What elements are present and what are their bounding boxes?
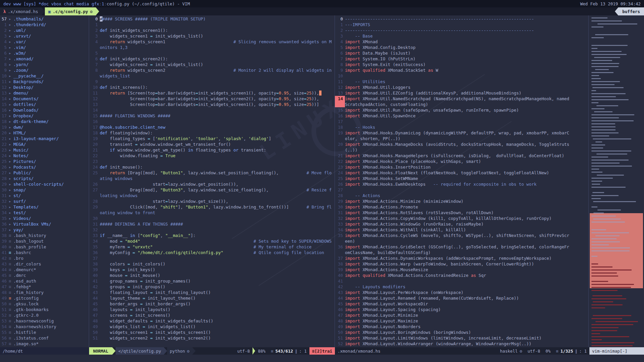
code-line[interactable]: 50 widgets_screen1 = init_widgets_screen… xyxy=(89,329,335,335)
code-line[interactable]: 33import XMonad.Actions.WindowGo (runOrR… xyxy=(335,221,588,227)
code-line[interactable]: 18 -- Hooks xyxy=(335,124,588,130)
code-line[interactable]: 9import qualified XMonad.StackSet as W xyxy=(335,67,588,73)
code-line[interactable]: 8import System.Exit (exitSuccess) xyxy=(335,62,588,67)
code-line[interactable]: 49import XMonad.Layout.NoBorders xyxy=(335,324,588,329)
tree-item[interactable]: 25▸Pictures/ xyxy=(0,159,89,164)
tree-item[interactable]: 35▸Videos/ xyxy=(0,216,89,221)
code-line[interactable]: 31import XMonad.Actions.RotSlaves (rotSl… xyxy=(335,210,588,216)
code-line[interactable]: 34import XMonad.Actions.WithAll (sinkAll… xyxy=(335,227,588,233)
editor-xmonad-hs[interactable]: 0---------------------------------------… xyxy=(335,15,589,347)
tree-item[interactable]: 3▸.urxvt/ xyxy=(0,33,89,39)
code-line[interactable]: 34 mod = "mod4" # Sets mod key to SUPER/… xyxy=(89,238,335,244)
code-line[interactable]: 47import XMonad.Layout.Minimize xyxy=(335,312,588,318)
code-line[interactable]: 27 xyxy=(335,187,588,193)
code-line[interactable]: 11 -- Utilities xyxy=(335,79,588,84)
tree-item[interactable]: 10▸__pycache__/ xyxy=(0,73,89,79)
code-line[interactable]: 25import XMonad.Hooks.SetWMName xyxy=(335,176,588,181)
code-line[interactable]: 4 return widgets_screen1 # Slicing remov… xyxy=(89,39,335,50)
tree-item[interactable]: 12▸Desktop/ xyxy=(0,84,89,90)
code-line[interactable]: 30import XMonad.Actions.Promote xyxy=(335,204,588,210)
code-line[interactable]: 6import Data.Maybe (isJust) xyxy=(335,50,588,56)
code-line[interactable]: 26import XMonad.Hooks.EwmhDesktops -- re… xyxy=(335,181,588,187)
code-line[interactable]: 16import XMonad.Util.SpawnOnce xyxy=(335,113,588,119)
editor-config-py[interactable]: 0##### SCREENS ##### (TRIPLE MONITOR SET… xyxy=(89,15,335,347)
tree-item[interactable]: 22▸MEGA/ xyxy=(0,141,89,147)
code-line[interactable]: 46import XMonad.Layout.Spacing (spacing) xyxy=(335,307,588,312)
code-line[interactable]: 36 myConfig = "/home/dt/.config/qtile/co… xyxy=(89,250,335,255)
code-line[interactable]: 22 window.floating = True xyxy=(89,153,335,159)
tree-item[interactable]: 45≡.dmrc xyxy=(0,273,89,278)
code-line[interactable]: 5 xyxy=(89,50,335,56)
nerdtree-file-explorer[interactable]: 57▸.thumbnails/1▸.thunderbird/2▸.uml/3▸.… xyxy=(0,15,89,347)
tree-item[interactable]: 9▸.zoom/ xyxy=(0,67,89,73)
code-line[interactable]: 0##### SCREENS ##### (TRIPLE MONITOR SET… xyxy=(89,16,335,22)
code-line[interactable]: 21import XMonad.Hooks.ManageHelpers (isF… xyxy=(335,153,588,159)
code-line[interactable]: 7import System.IO (hPutStrLn) xyxy=(335,56,588,62)
code-line[interactable]: 49 widgets_list = init_widgets_list() xyxy=(89,324,335,329)
tree-item[interactable]: 6▸.w3m/ xyxy=(0,50,89,56)
tree-item[interactable]: 17▸Dropbox/ xyxy=(0,113,89,119)
code-line[interactable]: 52import XMonad.Layout.WindowArranger (w… xyxy=(335,341,588,347)
tmux-window-list[interactable]: dev www [sys] *doc vbox chat media gfx xyxy=(3,1,99,7)
code-line[interactable]: 41 xyxy=(335,278,588,284)
tree-item[interactable]: 51≡.gtk-bookmarks xyxy=(0,307,89,312)
tree-item[interactable]: 26▸Podcasts/ xyxy=(0,164,89,170)
tree-item[interactable]: 5▸.vim/ xyxy=(0,45,89,50)
tree-item[interactable]: 43≡.dir_colors xyxy=(0,261,89,267)
code-line[interactable]: 40import qualified XMonad.Actions.Constr… xyxy=(335,273,588,278)
code-line[interactable]: 12import XMonad.Util.Loggers xyxy=(335,84,588,90)
code-line[interactable]: 28 start=lazy.window.get_size()), xyxy=(89,198,335,204)
tree-item[interactable]: 42≡.bro xyxy=(0,255,89,261)
code-line[interactable]: 19 floating_types = ['notification', 'to… xyxy=(89,136,335,141)
tree-item[interactable]: 47≡.fehbg* xyxy=(0,284,89,290)
code-line[interactable]: 43import XMonad.Layout.PerWorkspace (onW… xyxy=(335,290,588,295)
tree-item[interactable]: 15▸dotfiles/ xyxy=(0,102,89,107)
tree-item[interactable]: 16▸Downloads/ xyxy=(0,107,89,113)
tree-item[interactable]: 49≡.gitconfig xyxy=(0,295,89,301)
tree-item[interactable]: 24▸Notes/ xyxy=(0,153,89,159)
code-line[interactable]: 11 return [Screen(top=bar.Bar(widgets=in… xyxy=(89,90,335,96)
code-line[interactable]: 21 if window.window.get_wm_type() in flo… xyxy=(89,147,335,153)
code-line[interactable]: 19import XMonad.Hooks.DynamicLog (dynami… xyxy=(335,130,588,141)
tree-item[interactable]: 33▸Templates/ xyxy=(0,204,89,210)
code-line[interactable]: 31##### DEFINING A FEW THINGS ##### xyxy=(89,221,335,227)
tree-item[interactable]: 21▸i3-layout-manager/ xyxy=(0,136,89,141)
tree-item[interactable]: 53≡.haxornewsconfig xyxy=(0,318,89,324)
tree-item[interactable]: 54≡.haxornewshistory xyxy=(0,324,89,329)
code-line[interactable]: 15import XMonad.Util.Run (safeSpawn, uns… xyxy=(335,107,588,113)
tree-item[interactable]: 55≡.histfile xyxy=(0,329,89,335)
code-line[interactable]: 24import XMonad.Hooks.FloatNext (floatNe… xyxy=(335,170,588,176)
tree-item[interactable]: 36▸VirtualBox VMs/ xyxy=(0,221,89,227)
tree-item[interactable]: 4▸.var/ xyxy=(0,39,89,45)
tree-item[interactable]: 38≡.bash_history xyxy=(0,233,89,238)
code-line[interactable]: 44import XMonad.Layout.Renamed (renamed,… xyxy=(335,295,588,301)
code-line[interactable]: 6def init_widgets_screen2(): xyxy=(89,56,335,62)
tree-item[interactable]: 57≡.image.so* xyxy=(0,341,89,347)
code-line[interactable]: 20import XMonad.Hooks.ManageDocks (avoid… xyxy=(335,141,588,153)
code-line[interactable]: 51import XMonad.Layout.LimitWindows (lim… xyxy=(335,335,588,341)
code-line[interactable]: 2---------------------------------------… xyxy=(335,27,588,33)
code-line[interactable]: 20 transient = window.window.get_wm_tran… xyxy=(89,141,335,147)
code-line[interactable]: 16 xyxy=(89,119,335,124)
code-line[interactable]: 22import XMonad.Hooks.Place (placeHook, … xyxy=(335,159,588,164)
code-line[interactable]: 37import XMonad.Actions.DynamicWorkspace… xyxy=(335,255,588,261)
tree-item[interactable]: 2▸.uml/ xyxy=(0,27,89,33)
tree-item[interactable]: 27▸Public/ xyxy=(0,170,89,176)
tree-item[interactable]: 57▸.thumbnails/ xyxy=(0,16,89,22)
code-line[interactable]: 30 xyxy=(89,216,335,221)
code-line[interactable]: 50import XMonad.Layout.BoringWindows (bo… xyxy=(335,329,588,335)
code-line[interactable]: 9 xyxy=(89,79,335,84)
code-line[interactable]: 48 widget_defaults = init_widgets_defaul… xyxy=(89,318,335,324)
code-line[interactable]: 0---------------------------------------… xyxy=(335,16,588,22)
code-line[interactable]: 23 xyxy=(89,159,335,164)
code-line[interactable]: 29import XMonad.Actions.Minimize (minimi… xyxy=(335,198,588,204)
code-line[interactable]: 26 start=lazy.window.get_position()), xyxy=(89,181,335,187)
tree-item[interactable]: 13▸dmenu/ xyxy=(0,90,89,96)
code-line[interactable]: 13 Screen(top=bar.Bar(widgets=init_widge… xyxy=(89,102,335,107)
code-line[interactable]: 38import XMonad.Actions.Warp (warpToWind… xyxy=(335,261,588,267)
tree-item[interactable]: 32▸surf/ xyxy=(0,198,89,204)
code-line[interactable]: 32import XMonad.Actions.CopyWindow (kill… xyxy=(335,216,588,221)
code-line[interactable]: 23import XMonad.Hooks.InsertPosition xyxy=(335,164,588,170)
code-line[interactable]: 3 -- Base xyxy=(335,33,588,39)
tree-item[interactable]: 29▸shell-color-scripts/ xyxy=(0,181,89,187)
